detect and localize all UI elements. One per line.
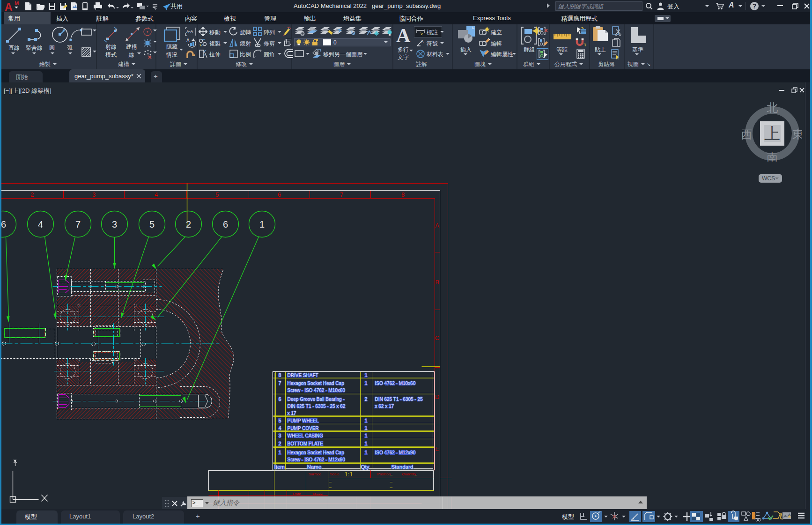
svg-text:7: 7 bbox=[340, 191, 343, 198]
svg-text:D: D bbox=[435, 393, 439, 400]
svg-text:7: 7 bbox=[279, 381, 281, 386]
svg-text:6: 6 bbox=[1, 219, 6, 229]
svg-text:Name: Name bbox=[307, 464, 322, 470]
svg-text:ISO 4762 - M12x90: ISO 4762 - M12x90 bbox=[375, 450, 416, 455]
svg-text:Screw - ISO 4762 - M10x60: Screw - ISO 4762 - M10x60 bbox=[288, 388, 346, 393]
svg-text:6: 6 bbox=[223, 219, 228, 229]
svg-text:2: 2 bbox=[186, 219, 191, 229]
svg-text:DRIVE SHAFT: DRIVE SHAFT bbox=[288, 373, 318, 378]
svg-text:1: 1 bbox=[365, 450, 368, 455]
svg-text:1: 1 bbox=[365, 373, 368, 378]
svg-text:4: 4 bbox=[279, 426, 281, 431]
svg-text:–: – bbox=[390, 472, 393, 477]
svg-text:x 17: x 17 bbox=[288, 411, 296, 416]
svg-text:x 62 x 17: x 62 x 17 bbox=[375, 404, 394, 409]
svg-text:BOTTOM PLATE: BOTTOM PLATE bbox=[288, 441, 324, 446]
svg-text:4: 4 bbox=[155, 191, 158, 198]
svg-text:DIN 625 T1 - 6305 - 25: DIN 625 T1 - 6305 - 25 bbox=[375, 397, 423, 402]
svg-text:DIN 625 T1 - 6305 - 25 x 62: DIN 625 T1 - 6305 - 25 x 62 bbox=[288, 404, 346, 409]
svg-text:–: – bbox=[414, 472, 417, 477]
svg-text:2: 2 bbox=[30, 191, 34, 198]
svg-text:1: 1 bbox=[365, 433, 368, 438]
svg-text:3: 3 bbox=[279, 433, 281, 438]
svg-text:3: 3 bbox=[112, 219, 117, 229]
svg-text:Position: Position bbox=[377, 472, 391, 476]
svg-text:A: A bbox=[421, 39, 424, 44]
svg-text:Date: Date bbox=[293, 492, 301, 496]
svg-text:1: 1 bbox=[259, 219, 265, 229]
svg-text:上: 上 bbox=[764, 125, 780, 142]
svg-text:WHEEL CASING: WHEEL CASING bbox=[288, 433, 324, 438]
svg-text:6: 6 bbox=[279, 397, 281, 402]
svg-text:B: B bbox=[435, 279, 439, 286]
svg-text:8: 8 bbox=[279, 373, 281, 378]
svg-text:A-A: A-A bbox=[186, 29, 193, 34]
svg-text:Surface: Surface bbox=[309, 472, 322, 476]
svg-text:PUMP COVER: PUMP COVER bbox=[288, 426, 319, 431]
svg-text:ISO 4762 - M10x60: ISO 4762 - M10x60 bbox=[375, 381, 416, 386]
svg-text:5: 5 bbox=[215, 191, 219, 198]
svg-text:5: 5 bbox=[149, 219, 155, 229]
svg-text:–: – bbox=[329, 479, 332, 484]
svg-text:A: A bbox=[435, 222, 439, 229]
svg-text:–: – bbox=[329, 485, 332, 490]
svg-text:8: 8 bbox=[401, 191, 405, 198]
svg-text:Deep Groove Ball Bearing -: Deep Groove Ball Bearing - bbox=[288, 397, 345, 402]
svg-text:1: 1 bbox=[365, 441, 368, 446]
svg-text:南: 南 bbox=[767, 151, 778, 162]
svg-text:C: C bbox=[435, 334, 439, 341]
svg-text:西: 西 bbox=[742, 128, 752, 140]
svg-text:北: 北 bbox=[767, 102, 778, 114]
svg-text:Item: Item bbox=[274, 464, 285, 470]
svg-text:A: A bbox=[186, 38, 190, 43]
svg-text:Hexagon Socket Head Cap: Hexagon Socket Head Cap bbox=[288, 450, 345, 455]
svg-text:–: – bbox=[390, 485, 393, 490]
svg-text:6: 6 bbox=[278, 191, 281, 198]
svg-text:PUMP WHEEL: PUMP WHEEL bbox=[288, 418, 319, 423]
svg-text:1: 1 bbox=[365, 426, 368, 431]
svg-text:1: 1 bbox=[365, 381, 368, 386]
svg-text:Scale: Scale bbox=[330, 472, 340, 476]
svg-text:4: 4 bbox=[38, 219, 43, 229]
svg-text:1:1: 1:1 bbox=[345, 471, 353, 478]
svg-text:東: 東 bbox=[792, 128, 802, 140]
svg-text:Standard: Standard bbox=[391, 464, 413, 470]
svg-text:2: 2 bbox=[365, 397, 368, 402]
svg-text:E: E bbox=[435, 445, 439, 452]
svg-text:Qty: Qty bbox=[361, 464, 369, 470]
svg-text:Name: Name bbox=[313, 492, 324, 496]
svg-text:Screw - ISO 4762 - M12x90: Screw - ISO 4762 - M12x90 bbox=[288, 457, 346, 462]
svg-text:7: 7 bbox=[75, 219, 81, 229]
svg-text:1: 1 bbox=[279, 450, 281, 455]
svg-text:2: 2 bbox=[279, 441, 281, 446]
svg-text:1: 1 bbox=[365, 418, 368, 423]
svg-text:5: 5 bbox=[279, 418, 281, 423]
svg-text:3: 3 bbox=[92, 191, 96, 198]
svg-text:Hexagon Socket Head Cap: Hexagon Socket Head Cap bbox=[288, 381, 345, 386]
svg-text:–: – bbox=[390, 479, 393, 484]
